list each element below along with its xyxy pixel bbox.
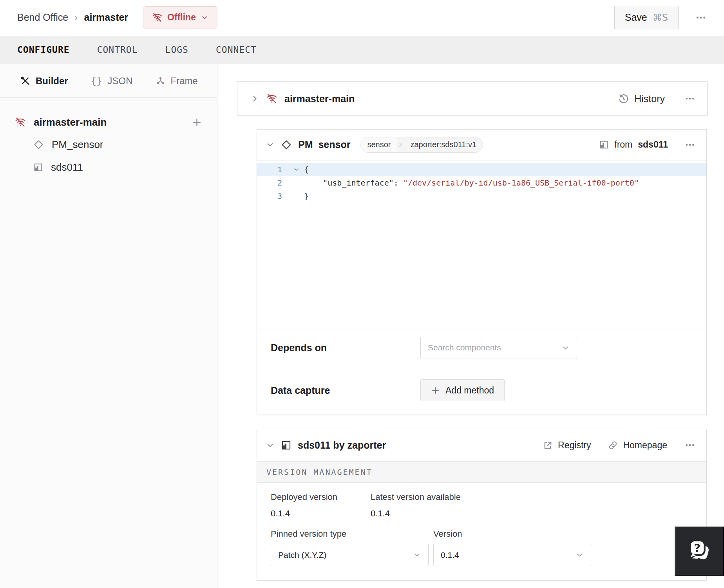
plus-icon bbox=[431, 386, 440, 395]
save-shortcut: ⌘S bbox=[653, 12, 668, 23]
version-label: Version bbox=[433, 529, 462, 539]
deployed-version-value: 0.1.4 bbox=[271, 509, 290, 519]
depends-on-label: Depends on bbox=[271, 342, 327, 354]
top-bar-actions: Save ⌘S bbox=[614, 6, 710, 29]
wifi-off-icon bbox=[15, 117, 26, 128]
sensor-diamond-icon bbox=[33, 139, 44, 150]
add-component-button[interactable] bbox=[192, 117, 202, 128]
part-more-menu[interactable] bbox=[684, 93, 695, 104]
breadcrumb-location[interactable]: Bend Office bbox=[17, 12, 68, 23]
tab-connect[interactable]: CONNECT bbox=[216, 45, 257, 55]
help-button[interactable]: ? bbox=[675, 527, 724, 576]
chevron-right-icon bbox=[397, 141, 404, 148]
version-management-body: Deployed version Latest version availabl… bbox=[257, 483, 706, 580]
code-line[interactable]: 3 } bbox=[257, 189, 706, 203]
from-module-name[interactable]: sds011 bbox=[638, 139, 668, 150]
data-capture-label: Data capture bbox=[271, 385, 330, 396]
sds011-module-card: sds011 by zaporter Registry Homepage VER bbox=[257, 429, 707, 581]
config-sidebar: Builder {} JSON Frame airmaster-main P bbox=[0, 64, 217, 588]
app-root: Bend Office › airmaster Offline Save ⌘S … bbox=[0, 0, 724, 588]
tools-icon bbox=[20, 76, 30, 86]
ellipsis-icon bbox=[684, 93, 695, 104]
chevron-down-icon bbox=[576, 551, 584, 559]
part-actions: History bbox=[618, 93, 695, 105]
module-icon bbox=[599, 140, 609, 150]
registry-link[interactable]: Registry bbox=[543, 440, 591, 451]
chevron-right-icon[interactable] bbox=[250, 94, 259, 103]
data-capture-row: Data capture Add method bbox=[257, 366, 706, 415]
code-line[interactable]: 2 "usb_interface": "/dev/serial/by-id/us… bbox=[257, 176, 706, 189]
homepage-label: Homepage bbox=[623, 440, 667, 451]
save-label: Save bbox=[625, 12, 647, 23]
tree-item-pm-sensor[interactable]: PM_sensor bbox=[0, 133, 217, 156]
code-text: "usb_interface": "/dev/serial/by-id/usb-… bbox=[304, 176, 639, 189]
homepage-link[interactable]: Homepage bbox=[608, 440, 667, 451]
more-menu-button[interactable] bbox=[692, 9, 710, 27]
chevron-down-icon[interactable] bbox=[266, 140, 275, 149]
config-main-panel: airmaster-main History PM_sensor sensor … bbox=[218, 64, 724, 588]
line-number: 2 bbox=[257, 176, 288, 189]
attributes-json-editor[interactable]: 1 { 2 "usb_interface": "/dev/serial/by-i… bbox=[257, 160, 706, 330]
module-icon bbox=[33, 162, 43, 172]
save-button[interactable]: Save ⌘S bbox=[614, 6, 679, 29]
pinned-version-type-select[interactable]: Patch (X.Y.Z) bbox=[271, 544, 429, 566]
pm-sensor-header: PM_sensor sensor zaporter:sds011:v1 from… bbox=[257, 130, 706, 160]
depends-on-select[interactable]: Search components bbox=[420, 337, 577, 359]
braces-icon: {} bbox=[91, 76, 102, 87]
machine-part-card: airmaster-main History bbox=[237, 81, 708, 116]
tree-item-sds011[interactable]: sds011 bbox=[0, 156, 217, 179]
mode-json-label: JSON bbox=[108, 76, 133, 87]
status-label: Offline bbox=[167, 12, 196, 23]
component-more-menu[interactable] bbox=[684, 139, 695, 150]
tab-configure[interactable]: CONFIGURE bbox=[17, 45, 70, 55]
module-more-menu[interactable] bbox=[684, 440, 695, 451]
component-tree: airmaster-main PM_sensor sds011 bbox=[0, 98, 217, 179]
version-value: 0.1.4 bbox=[441, 550, 459, 560]
view-mode-switcher: Builder {} JSON Frame bbox=[0, 64, 217, 98]
badge-model: zaporter:sds011:v1 bbox=[404, 137, 483, 152]
wifi-off-icon bbox=[152, 12, 163, 23]
chevron-down-icon[interactable] bbox=[266, 441, 275, 450]
mode-builder-label: Builder bbox=[36, 76, 68, 87]
line-number: 1 bbox=[257, 163, 288, 176]
tree-item-airmaster-main[interactable]: airmaster-main bbox=[0, 111, 217, 133]
svg-text:?: ? bbox=[694, 541, 700, 554]
module-header: sds011 by zaporter Registry Homepage bbox=[257, 429, 706, 461]
chevron-down-icon bbox=[201, 14, 208, 22]
chevron-down-icon bbox=[561, 344, 570, 352]
tree-root-label: airmaster-main bbox=[34, 116, 107, 128]
add-method-button[interactable]: Add method bbox=[420, 379, 505, 401]
module-title: sds011 by zaporter bbox=[298, 440, 386, 451]
tab-control[interactable]: CONTROL bbox=[97, 45, 138, 55]
add-method-label: Add method bbox=[445, 385, 494, 396]
wifi-off-icon bbox=[266, 93, 277, 104]
line-number: 3 bbox=[257, 189, 288, 203]
mode-frame[interactable]: Frame bbox=[156, 76, 198, 87]
external-link-icon bbox=[543, 440, 553, 450]
code-text: } bbox=[304, 189, 309, 203]
main-tab-bar: CONFIGURE CONTROL LOGS CONNECT bbox=[0, 36, 724, 64]
code-line[interactable]: 1 { bbox=[257, 163, 706, 176]
component-title: PM_sensor bbox=[298, 139, 350, 150]
latest-version-value: 0.1.4 bbox=[371, 509, 390, 519]
tab-logs[interactable]: LOGS bbox=[165, 45, 188, 55]
deployed-version-label: Deployed version bbox=[271, 492, 337, 502]
help-question-icon: ? bbox=[685, 537, 713, 566]
from-module-prefix: from bbox=[614, 139, 632, 150]
pinned-version-type-label: Pinned version type bbox=[271, 529, 346, 539]
fold-toggle-icon[interactable] bbox=[288, 166, 304, 173]
module-icon bbox=[281, 440, 291, 451]
sensor-diamond-icon bbox=[281, 139, 292, 150]
link-icon bbox=[608, 440, 618, 450]
machine-status-dropdown[interactable]: Offline bbox=[143, 6, 217, 29]
breadcrumb-separator-icon: › bbox=[74, 12, 78, 23]
history-icon bbox=[618, 94, 629, 104]
version-select[interactable]: 0.1.4 bbox=[433, 544, 591, 566]
breadcrumb-machine: airmaster bbox=[84, 12, 129, 23]
history-button[interactable]: History bbox=[634, 93, 665, 105]
code-text: { bbox=[304, 163, 309, 176]
mode-json[interactable]: {} JSON bbox=[91, 76, 133, 87]
ellipsis-icon bbox=[684, 440, 695, 451]
component-type-badge: sensor zaporter:sds011:v1 bbox=[360, 137, 483, 153]
mode-builder[interactable]: Builder bbox=[20, 76, 68, 87]
